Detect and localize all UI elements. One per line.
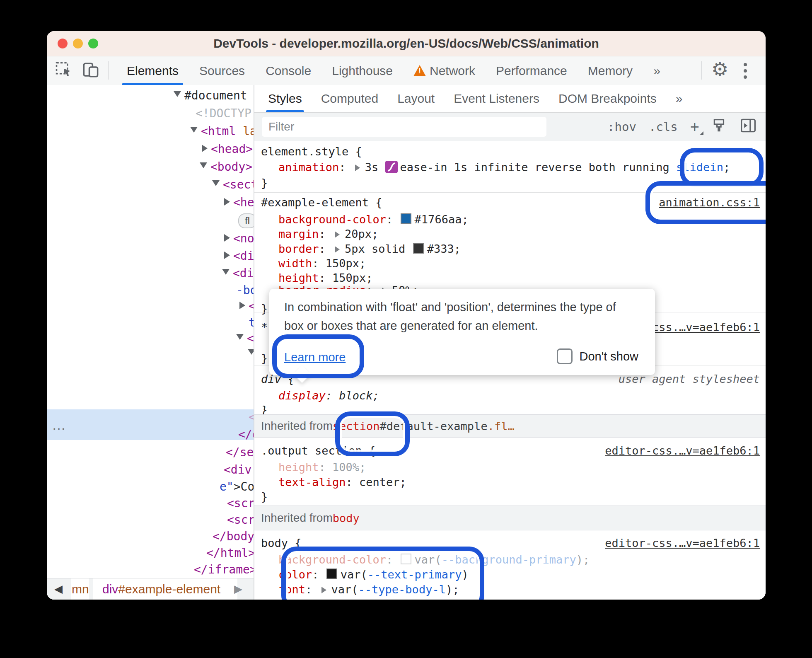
css-token: }: [261, 490, 268, 503]
css-token: }: [261, 177, 268, 189]
expand-shorthand-icon[interactable]: [355, 164, 360, 171]
css-line[interactable]: animation: 3s ease-in 1s infinite revers…: [278, 160, 730, 177]
color-swatch[interactable]: [401, 213, 411, 224]
css-token: width: [278, 257, 312, 270]
css-line[interactable]: animation.css:1: [659, 195, 760, 210]
css-token: 150px;: [326, 257, 366, 270]
css-line[interactable]: margin: 20px;: [278, 227, 378, 242]
css-line[interactable]: width: 150px;: [278, 256, 366, 271]
css-line[interactable]: #example-element {: [261, 195, 382, 210]
tooltip-text-line2: box or boxes that are generated for an e…: [284, 317, 640, 335]
css-token: element.style {: [261, 145, 362, 158]
css-token: animation: [278, 161, 339, 174]
css-token: 3s: [365, 161, 385, 174]
css-token: #333;: [427, 242, 461, 255]
css-token: );: [446, 583, 459, 596]
css-token: #1766aa;: [415, 213, 469, 226]
inherited-from-label: Inherited from: [261, 511, 333, 525]
css-token: font: [278, 583, 305, 596]
expand-shorthand-icon[interactable]: [335, 246, 340, 253]
css-line[interactable]: display: block;: [278, 388, 379, 403]
css-token: }: [261, 302, 268, 315]
css-token: var(: [415, 553, 442, 566]
css-line[interactable]: text-align: center;: [278, 475, 406, 490]
css-token: :: [319, 461, 333, 474]
css-token: --background-primary: [442, 553, 576, 566]
css-token: center;: [359, 476, 406, 489]
css-line[interactable]: font: var(--type-body-l);: [278, 582, 459, 597]
css-token: .output section {: [261, 444, 375, 457]
css-token: background-color: [278, 213, 386, 226]
css-line[interactable]: height: 100%;: [278, 460, 366, 475]
color-swatch[interactable]: [401, 554, 411, 564]
css-token: :: [319, 227, 333, 240]
inherited-node-link[interactable]: .fl…: [488, 420, 515, 433]
color-swatch[interactable]: [413, 243, 424, 254]
css-token: text-align: [278, 476, 346, 489]
css-token: :: [326, 389, 339, 402]
devtools-window: DevTools - developer.mozilla.org/en-US/d…: [47, 31, 766, 600]
css-line[interactable]: editor-css.…v=ae1feb6:1: [605, 536, 760, 551]
css-link[interactable]: editor-css.…v=ae1feb6:1: [605, 537, 760, 549]
css-token: margin: [278, 227, 319, 240]
css-token: background-color: [278, 553, 386, 566]
css-link[interactable]: --text-primary: [367, 568, 462, 581]
css-token: :: [305, 583, 319, 596]
inherited-node-link[interactable]: #default-example: [380, 420, 488, 433]
css-line[interactable]: element.style {: [261, 144, 362, 159]
css-token: body {: [261, 537, 302, 549]
css-line[interactable]: color: var(--text-primary): [278, 567, 469, 582]
css-link[interactable]: --type-body-l: [358, 583, 446, 596]
css-line[interactable]: }: [261, 489, 268, 504]
css-token: 150px;: [332, 271, 373, 284]
css-line[interactable]: background-color: #1766aa;: [278, 212, 469, 227]
css-token: :: [319, 271, 333, 284]
css-token: border: [278, 242, 319, 255]
css-line[interactable]: }: [261, 351, 268, 366]
css-token: );: [576, 553, 590, 566]
css-token: #example-element {: [261, 196, 382, 209]
css-token: ): [462, 568, 468, 581]
css-token: ease-in 1s infinite reverse both running: [400, 161, 676, 174]
css-link[interactable]: slidein: [676, 161, 723, 174]
css-token: :: [346, 476, 360, 489]
css-token: height: [278, 461, 319, 474]
css-line[interactable]: .output section {: [261, 443, 375, 458]
section-divider: [254, 192, 766, 193]
dont-show-label: Don't show: [579, 350, 638, 363]
css-token: color: [278, 568, 312, 581]
css-line[interactable]: editor-css.…v=ae1feb6:1: [605, 443, 760, 458]
css-token: :: [312, 257, 326, 270]
css-token: :: [319, 242, 333, 255]
css-link[interactable]: editor-css.…v=ae1feb6:1: [605, 444, 760, 457]
css-token: ;: [723, 161, 730, 174]
css-token: 20px;: [345, 227, 378, 240]
css-line[interactable]: }: [261, 301, 268, 316]
css-token: :: [339, 161, 353, 174]
css-token: }: [261, 352, 268, 365]
inherited-node-link[interactable]: body: [333, 512, 360, 525]
css-token: display: [278, 389, 326, 402]
css-line[interactable]: body {: [261, 536, 302, 551]
css-token: 100%;: [332, 461, 366, 474]
css-line[interactable]: border: 5px solid #333;: [278, 242, 461, 256]
css-line[interactable]: }: [261, 176, 268, 191]
css-token: :: [312, 568, 326, 581]
expand-shorthand-icon[interactable]: [335, 231, 340, 238]
inherited-from-label: Inherited from: [261, 419, 333, 433]
inherited-from-strip: Inherited from body: [254, 506, 766, 530]
inherited-node-link[interactable]: section: [333, 420, 380, 433]
css-token: block;: [339, 389, 379, 402]
css-token: :: [386, 213, 400, 226]
color-swatch[interactable]: [326, 568, 337, 579]
css-line[interactable]: background-color: var(--background-prima…: [278, 552, 590, 567]
css-token: 5px solid: [345, 242, 412, 255]
css-token: height: [278, 271, 319, 284]
screenshot-canvas: DevTools - developer.mozilla.org/en-US/d…: [0, 0, 812, 658]
expand-shorthand-icon[interactable]: [321, 587, 326, 593]
cubic-bezier-icon[interactable]: [385, 161, 398, 177]
css-token: var(: [331, 583, 358, 596]
learn-more-link[interactable]: Learn more: [284, 351, 346, 364]
dont-show-checkbox[interactable]: [557, 348, 573, 364]
css-link[interactable]: animation.css:1: [659, 196, 760, 209]
